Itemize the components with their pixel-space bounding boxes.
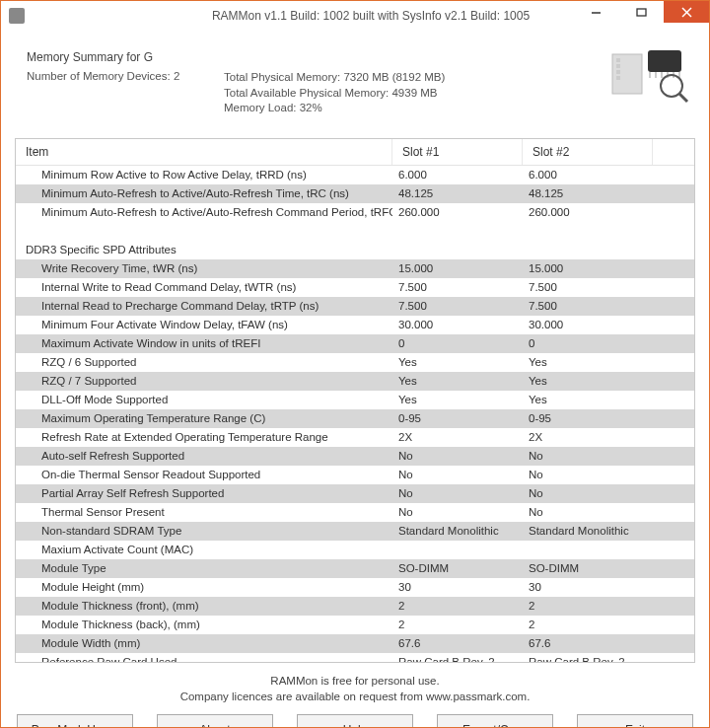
about-button[interactable]: About [157,714,273,728]
minimize-button[interactable] [573,1,618,23]
table-row[interactable]: Module TypeSO-DIMMSO-DIMM [16,559,694,578]
row-slot2: 0-95 [523,412,653,424]
row-label: Module Width (mm) [16,637,392,649]
row-label: DDR3 Specific SPD Attributes [16,244,392,255]
row-label: Minimum Auto-Refresh to Active/Auto-Refr… [16,187,392,199]
row-slot2: 7.500 [523,300,653,312]
svg-rect-6 [616,64,620,68]
passmark-home-button[interactable]: PassMark Home [17,714,133,728]
row-slot2: SO-DIMM [523,562,653,574]
row-slot1: 0-95 [392,412,523,424]
row-slot1: Yes [392,375,523,387]
row-label: Module Thickness (back), (mm) [16,619,392,630]
row-slot2: 2X [523,431,653,443]
header-slot1[interactable]: Slot #1 [392,139,523,165]
table-row[interactable]: Write Recovery Time, tWR (ns)15.00015.00… [16,259,694,278]
table-row[interactable]: Minimum Row Active to Row Active Delay, … [16,166,694,184]
memory-load: Memory Load: 32% [224,101,445,116]
table-row[interactable]: Internal Read to Precharge Command Delay… [16,297,694,316]
row-slot2: No [523,450,653,462]
table-scroll[interactable]: Item Slot #1 Slot #2 Minimum Row Active … [16,139,694,662]
row-label: Maximum Activate Window in units of tREF… [16,337,392,349]
row-slot2: 7.500 [523,281,653,293]
memory-summary: Memory Summary for G Number of Memory De… [15,40,695,130]
row-label: Thermal Sensor Present [16,506,392,518]
row-slot2: Yes [523,375,653,387]
table-row[interactable]: Reference Raw Card UsedRaw Card B Rev. 2… [16,653,694,662]
app-icon [9,8,25,24]
svg-point-16 [661,75,682,97]
table-row[interactable]: DDR3 Specific SPD Attributes [16,241,694,259]
row-slot1: Standard Monolithic [392,525,523,537]
table-row[interactable]: DLL-Off Mode SupportedYesYes [16,391,694,409]
row-slot1: No [392,506,523,518]
total-available-memory: Total Available Physical Memory: 4939 MB [224,86,445,102]
table-row[interactable]: Internal Write to Read Command Delay, tW… [16,278,694,297]
summary-title: Memory Summary for G [27,50,683,64]
table-row[interactable]: Auto-self Refresh SupportedNoNo [16,447,694,466]
header-slot2[interactable]: Slot #2 [523,139,653,165]
table-row[interactable]: Minimum Auto-Refresh to Active/Auto-Refr… [16,184,694,203]
row-slot2: 2 [523,600,653,612]
row-slot2: 30.000 [523,319,653,330]
row-slot1: SO-DIMM [392,562,523,574]
row-slot1: Yes [392,356,523,368]
row-slot1: 7.500 [392,281,523,293]
footer-line2: Company licences are available on reques… [15,689,695,704]
ram-chip-icon [610,46,689,106]
memory-table: Item Slot #1 Slot #2 Minimum Row Active … [15,138,695,663]
row-label: Internal Write to Read Command Delay, tW… [16,281,392,293]
table-row[interactable]: On-die Thermal Sensor Readout SupportedN… [16,466,694,484]
maximize-icon [636,7,647,18]
maximize-button[interactable] [618,1,664,23]
row-label: Auto-self Refresh Supported [16,450,392,462]
table-row[interactable]: Module Thickness (front), (mm)22 [16,597,694,616]
table-row[interactable]: Maximum Operating Temperature Range (C)0… [16,409,694,428]
table-row[interactable]: Refresh Rate at Extended Operating Tempe… [16,428,694,447]
table-row[interactable]: Module Thickness (back), (mm)22 [16,616,694,634]
exit-button[interactable]: Exit [577,714,693,728]
button-bar: PassMark Home About Help Export/Copy Exi… [15,714,695,728]
row-slot1: 67.6 [392,637,523,649]
window-controls [573,1,709,23]
row-label: Refresh Rate at Extended Operating Tempe… [16,431,392,443]
table-row[interactable]: Module Width (mm)67.667.6 [16,634,694,653]
row-slot2: No [523,469,653,480]
row-slot2: Yes [523,356,653,368]
row-label: RZQ / 6 Supported [16,356,392,368]
table-row[interactable]: Maxium Activate Count (MAC) [16,541,694,559]
table-header: Item Slot #1 Slot #2 [16,139,694,166]
row-slot1: 260.000 [392,206,523,218]
export-copy-button[interactable]: Export/Copy [437,714,553,728]
row-label: Write Recovery Time, tWR (ns) [16,262,392,274]
table-row[interactable] [16,222,694,241]
table-row[interactable]: Minimum Auto-Refresh to Active/Auto-Refr… [16,203,694,222]
row-slot1: 6.000 [392,169,523,181]
table-row[interactable]: Module Height (mm)3030 [16,578,694,597]
table-row[interactable]: Non-standard SDRAM TypeStandard Monolith… [16,522,694,541]
row-slot1: 7.500 [392,300,523,312]
row-label: Partial Array Self Refresh Supported [16,487,392,499]
row-label: Minimum Auto-Refresh to Active/Auto-Refr… [16,206,392,218]
row-slot1: 2 [392,619,523,630]
row-slot1: Raw Card B Rev. 2 [392,656,523,662]
row-slot1: No [392,450,523,462]
row-label: RZQ / 7 Supported [16,375,392,387]
header-item[interactable]: Item [16,139,392,165]
row-slot2: 2 [523,619,653,630]
row-label: Reference Raw Card Used [16,656,392,662]
help-button[interactable]: Help [297,714,413,728]
table-row[interactable]: Partial Array Self Refresh SupportedNoNo [16,484,694,503]
table-row[interactable]: Thermal Sensor PresentNoNo [16,503,694,522]
table-row[interactable]: RZQ / 7 SupportedYesYes [16,372,694,391]
close-button[interactable] [664,1,709,23]
table-row[interactable]: Minimum Four Activate Window Delay, tFAW… [16,316,694,334]
row-slot2: No [523,506,653,518]
row-slot1: Yes [392,394,523,405]
memory-stats: Total Physical Memory: 7320 MB (8192 MB)… [224,70,445,116]
row-slot1: 0 [392,337,523,349]
svg-rect-1 [637,9,646,16]
table-row[interactable]: RZQ / 6 SupportedYesYes [16,353,694,372]
row-slot2: 30 [523,581,653,593]
table-row[interactable]: Maximum Activate Window in units of tREF… [16,334,694,353]
